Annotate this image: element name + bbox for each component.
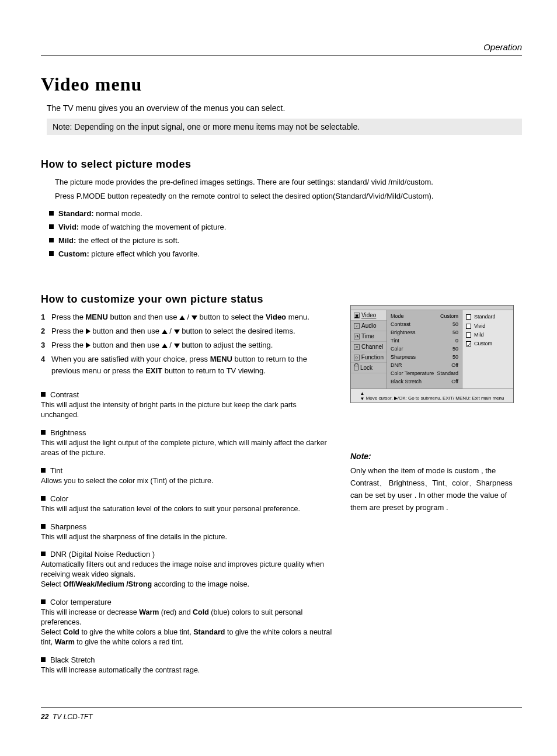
def-body: This will increase or decrease Warm (red… [41, 608, 333, 647]
def-head: Color temperature [41, 598, 333, 606]
osd-row: ModeCustom [391, 313, 458, 321]
mode-list: Standard: normal mode. Vivid: mode of wa… [49, 209, 522, 258]
step: Press the MENU button and then use / but… [41, 311, 333, 324]
def-body: This will adjust the intensity of bright… [41, 400, 333, 420]
def-contrast: Contrast This will adjust the intensity … [41, 390, 333, 420]
list-item: Standard: normal mode. [49, 209, 522, 218]
def-head: DNR (Digital Noise Reduction ) [41, 550, 333, 559]
sec1-p2: Press P.MODE button repeatedly on the re… [55, 190, 522, 202]
def-body: This will adjust the light output of the… [41, 438, 333, 458]
osd-row: Black StretchOff [391, 378, 458, 386]
intro-text: The TV menu gives you an overview of the… [47, 103, 522, 113]
def-head: Tint [41, 466, 333, 475]
osd-hint: ▲▼ Move cursor, ▶/OK: Go to submenu, EXI… [351, 389, 513, 403]
checkbox-checked-icon [466, 341, 471, 346]
term: Vivid: [58, 223, 79, 231]
page-number: 22 [41, 713, 48, 721]
lock-icon [354, 366, 358, 370]
up-icon [162, 330, 168, 334]
footer-model: TV LCD-TFT [53, 713, 93, 721]
down-icon [174, 330, 180, 334]
osd-tab-video: ▣Video [351, 310, 387, 321]
right-icon [86, 342, 90, 348]
side-note-body: Only when the item of mode is custom , t… [350, 465, 516, 514]
time-icon: ◔ [354, 334, 360, 339]
desc: mode of watching the movement of picture… [79, 223, 226, 231]
down-icon [174, 344, 180, 348]
step: Press the button and then use / button t… [41, 325, 333, 338]
sec1-p1: The picture mode provides the pre-define… [55, 176, 522, 188]
def-dnr: DNR (Digital Noise Reduction ) Automatic… [41, 550, 333, 589]
def-head: Brightness [41, 428, 333, 437]
osd-row: Color TemperatureStandard [391, 370, 458, 378]
side-note-head: Note: [350, 450, 516, 463]
desc: normal mode. [94, 209, 142, 218]
def-color-temp: Color temperature This will increase or … [41, 598, 333, 647]
step: When you are satisfied with your choice,… [41, 353, 333, 378]
osd-row: Tint0 [391, 337, 458, 345]
osd-opt: Standard [466, 313, 510, 321]
term: Custom: [58, 249, 89, 258]
def-sharpness: Sharpness This will adjust the sharpness… [41, 522, 333, 542]
def-tint: Tint Allows you to select the color mix … [41, 466, 333, 486]
audio-icon: ♪ [354, 323, 360, 329]
header-section: Operation [483, 42, 522, 52]
osd-opt: Mild [466, 331, 510, 339]
osd-tab-function: ◇Function [351, 352, 387, 363]
osd-tab-audio: ♪Audio [351, 321, 387, 331]
def-head: Black Stretch [41, 656, 333, 664]
def-color: Color This will adjust the saturation le… [41, 494, 333, 514]
osd-row: Sharpness50 [391, 353, 458, 362]
osd-opt: Vivid [466, 322, 510, 331]
list-item: Custom: picture effect which you favorit… [49, 249, 522, 258]
header-rule: Operation [41, 41, 522, 56]
page-title: Video menu [41, 74, 522, 95]
desc: the effect of the picture is soft. [76, 236, 179, 245]
def-head: Contrast [41, 390, 333, 399]
def-black-stretch: Black Stretch This will increase automat… [41, 656, 333, 675]
desc: picture effect which you favorite. [89, 249, 200, 258]
osd-mock: ▣Video ♪Audio ◔Time ≡Channel ◇Function L… [350, 305, 514, 403]
osd-tab-lock: Lock [351, 363, 387, 373]
top-note: Note: Depending on the input signal, one… [47, 119, 522, 135]
def-brightness: Brightness This will adjust the light ou… [41, 428, 333, 458]
up-icon [162, 344, 168, 348]
osd-tabs: ▣Video ♪Audio ◔Time ≡Channel ◇Function L… [351, 310, 387, 388]
list-item: Mild: the effect of the picture is soft. [49, 236, 522, 245]
osd-tab-time: ◔Time [351, 331, 387, 342]
down-icon [192, 315, 197, 320]
osd-row: Brightness50 [391, 329, 458, 337]
video-icon: ▣ [354, 313, 360, 318]
osd-row: DNROff [391, 362, 458, 370]
osd-row: Contrast50 [391, 321, 458, 329]
steps-list: Press the MENU button and then use / but… [41, 311, 333, 377]
osd-opt: Custom [466, 339, 510, 348]
osd-titlebar [351, 306, 513, 310]
function-icon: ◇ [354, 355, 360, 360]
right-icon [86, 328, 90, 334]
term: Mild: [58, 236, 76, 245]
def-body: This will increase automatically the con… [41, 665, 333, 675]
up-icon [179, 315, 185, 320]
step: Press the button and then use / button t… [41, 339, 333, 352]
osd-tab-channel: ≡Channel [351, 342, 387, 352]
checkbox-icon [466, 324, 471, 329]
osd-options: Standard Vivid Mild Custom [462, 310, 513, 388]
term: Standard: [58, 209, 94, 218]
checkbox-icon [466, 332, 471, 338]
def-body: Automatically filters out and reduces th… [41, 560, 333, 589]
def-body: Allows you to select the color mix (Tint… [41, 476, 333, 486]
def-head: Sharpness [41, 522, 333, 531]
channel-icon: ≡ [354, 344, 360, 350]
checkbox-icon [466, 314, 471, 320]
section-heading-custom: How to customize your own picture status [41, 293, 333, 306]
section-heading-modes: How to select picture modes [41, 158, 522, 171]
def-body: This will adjust the sharpness of fine d… [41, 532, 333, 542]
osd-settings: ModeCustom Contrast50 Brightness50 Tint0… [387, 310, 462, 388]
footer: 22 TV LCD-TFT [41, 707, 522, 721]
def-body: This will adjust the saturation level of… [41, 504, 333, 514]
side-note: Note: Only when the item of mode is cust… [350, 450, 522, 514]
osd-row: Color50 [391, 345, 458, 353]
list-item: Vivid: mode of watching the movement of … [49, 223, 522, 231]
def-head: Color [41, 494, 333, 503]
